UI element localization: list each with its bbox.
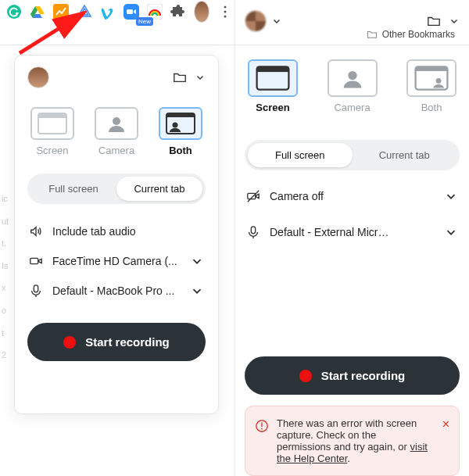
svg-point-28 <box>261 428 263 430</box>
camera-select-row[interactable]: FaceTime HD Camera (... <box>27 246 206 276</box>
more-icon[interactable] <box>217 4 233 20</box>
svg-rect-3 <box>127 9 133 14</box>
microphone-icon <box>246 225 260 239</box>
chevron-down-icon <box>444 189 458 203</box>
recorder-popup-right: Screen Camera Both Full screen Current t… <box>234 0 469 476</box>
svg-rect-15 <box>30 258 38 263</box>
mic-select-label: Default - External Micr… <box>270 226 435 238</box>
svg-point-22 <box>436 78 442 84</box>
microphone-icon <box>29 284 43 298</box>
grammarly-icon[interactable] <box>6 4 22 20</box>
seg-current-tab[interactable]: Current tab <box>116 177 202 201</box>
include-audio-label: Include tab audio <box>52 225 204 238</box>
svg-rect-16 <box>34 285 38 292</box>
chevron-down-icon[interactable] <box>195 72 206 83</box>
svg-point-7 <box>224 16 227 18</box>
profile-avatar-icon[interactable] <box>194 4 209 20</box>
screen-scope-segment: Full screen Current tab <box>27 174 206 204</box>
camera-select-row[interactable]: Camera off <box>245 178 460 214</box>
svg-point-6 <box>224 11 227 13</box>
user-avatar[interactable] <box>27 66 49 88</box>
error-text: There was an error with screen capture. … <box>277 417 431 464</box>
record-icon <box>299 370 312 382</box>
chevron-down-icon[interactable] <box>271 16 282 27</box>
mode-screen[interactable]: Screen <box>27 102 77 161</box>
folder-icon[interactable] <box>427 14 441 28</box>
camera-icon <box>29 254 43 268</box>
camera-select-label: Camera off <box>270 190 435 202</box>
start-recording-label: Start recording <box>85 335 170 349</box>
user-avatar-pixelated[interactable] <box>245 10 267 32</box>
seg-current-tab[interactable]: Current tab <box>353 143 457 167</box>
seg-full-screen[interactable]: Full screen <box>248 143 353 167</box>
close-icon[interactable]: × <box>442 417 449 431</box>
svg-rect-18 <box>257 66 289 72</box>
google-drive-icon[interactable] <box>30 4 45 20</box>
svg-rect-13 <box>166 113 195 117</box>
mode-camera-label: Camera <box>98 145 134 156</box>
camera-select-label: FaceTime HD Camera (... <box>52 255 181 267</box>
error-banner: There was an error with screen capture. … <box>245 406 460 476</box>
mode-screen[interactable]: Screen <box>245 55 301 118</box>
analytics-icon[interactable] <box>53 4 69 20</box>
chevron-down-icon <box>190 284 204 298</box>
mode-both-label: Both <box>421 102 442 113</box>
svg-rect-10 <box>38 113 66 118</box>
mode-both-label: Both <box>169 145 192 156</box>
start-recording-button[interactable]: Start recording <box>245 356 460 395</box>
capture-mode-row: Screen Camera Both <box>27 102 206 161</box>
svg-point-11 <box>113 117 120 125</box>
start-recording-button[interactable]: Start recording <box>27 323 206 361</box>
svg-line-24 <box>248 191 259 202</box>
record-icon <box>63 336 76 349</box>
chevron-down-icon[interactable] <box>449 16 460 27</box>
svg-rect-25 <box>251 227 255 234</box>
chevron-down-icon <box>190 254 204 268</box>
mode-camera-label: Camera <box>334 102 370 113</box>
mic-select-row[interactable]: Default - External Micr… <box>245 214 460 250</box>
svg-rect-21 <box>416 66 448 71</box>
vimeo-icon[interactable] <box>100 4 116 20</box>
mode-both[interactable]: Both <box>156 102 206 161</box>
new-badge: New <box>136 17 153 26</box>
camera-off-icon <box>246 189 260 203</box>
chevron-down-icon <box>444 225 458 239</box>
capture-mode-row: Screen Camera Both <box>245 55 460 118</box>
mic-select-row[interactable]: Default - MacBook Pro ... <box>27 276 206 306</box>
svg-point-5 <box>224 6 227 9</box>
svg-point-19 <box>348 71 356 80</box>
archive-icon[interactable] <box>77 4 92 20</box>
mode-both[interactable]: Both <box>403 55 460 118</box>
speaker-icon <box>29 224 43 238</box>
warning-icon <box>255 419 269 433</box>
include-audio-row[interactable]: Include tab audio <box>27 217 206 246</box>
svg-point-14 <box>173 123 178 128</box>
mode-camera[interactable]: Camera <box>324 55 381 118</box>
mode-screen-label: Screen <box>36 145 68 156</box>
mic-select-label: Default - MacBook Pro ... <box>52 285 181 297</box>
background-text: icutt.Isxot2 <box>2 188 9 367</box>
mode-camera[interactable]: Camera <box>91 102 141 161</box>
mode-screen-label: Screen <box>256 102 289 113</box>
start-recording-label: Start recording <box>321 369 406 382</box>
folder-icon[interactable] <box>173 70 187 84</box>
extensions-icon[interactable] <box>170 4 186 20</box>
screen-scope-segment: Full screen Current tab <box>245 140 460 170</box>
seg-full-screen[interactable]: Full screen <box>30 177 116 201</box>
recorder-popup-left: Screen Camera Both Full screen Current t… <box>14 55 219 414</box>
